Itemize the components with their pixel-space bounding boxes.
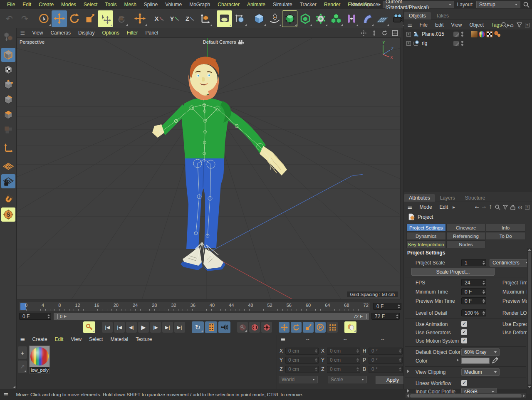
menu-item[interactable]: File xyxy=(3,2,19,7)
menu-item[interactable]: Create xyxy=(35,2,57,7)
lock-x-axis-button[interactable]: X xyxy=(151,10,167,27)
autokey-button[interactable] xyxy=(261,322,272,333)
viewport-menu-item[interactable]: Panel xyxy=(141,30,162,36)
lock-workplane-button[interactable] xyxy=(1,174,15,188)
cloner-button[interactable] xyxy=(328,10,344,27)
coordinates-menu-icon[interactable]: ≡ xyxy=(277,336,289,343)
range-start-field[interactable]: 0 F xyxy=(19,313,51,320)
object-row-plane[interactable]: + Plane.015 xyxy=(404,30,532,39)
history-back-icon[interactable]: ← xyxy=(475,204,479,210)
object-enable-toggle[interactable] xyxy=(453,41,459,46)
workplane-button[interactable] xyxy=(1,159,15,173)
coordinate-system-button[interactable] xyxy=(198,10,213,27)
coordinate-mode-dropdown[interactable]: Scale xyxy=(328,376,367,383)
material-menu-item[interactable]: Texture xyxy=(132,336,156,342)
layout-dropdown[interactable]: Startup xyxy=(476,1,520,8)
viewport-menu-item[interactable]: Display xyxy=(74,30,98,36)
key-parameter-button[interactable]: P xyxy=(315,322,326,333)
attribute-category-button[interactable]: Info xyxy=(486,224,525,232)
use-generators-checkbox[interactable]: ✓ xyxy=(461,329,467,335)
attribute-category-button[interactable]: Dynamics xyxy=(406,232,446,240)
deformer-button[interactable] xyxy=(359,10,374,27)
undo-button[interactable]: ↶ xyxy=(2,10,17,27)
filter-icon[interactable] xyxy=(503,205,508,210)
filter-icon[interactable] xyxy=(517,22,522,27)
viewport-menu-item[interactable]: Filter xyxy=(123,30,142,36)
viewport-view-label[interactable]: Perspective xyxy=(20,40,45,44)
attribute-category-button[interactable]: To Do xyxy=(486,232,525,240)
scale-y-field[interactable]: 0 cm xyxy=(327,357,360,364)
point-mode-button[interactable] xyxy=(1,78,15,92)
loop-mode-button[interactable]: ↻ xyxy=(192,321,204,333)
pan-view-icon[interactable] xyxy=(361,30,367,36)
level-of-detail-field[interactable]: 100 % xyxy=(461,309,486,316)
attribute-category-button[interactable]: Nodes xyxy=(446,240,486,248)
menu-item[interactable]: Animate xyxy=(243,2,269,7)
viewport-menu-item[interactable]: View xyxy=(29,30,47,36)
play-sound-button[interactable] xyxy=(218,321,230,333)
attribute-category-button[interactable]: Cineware xyxy=(446,224,486,232)
menu-item[interactable]: MoGraph xyxy=(186,2,214,7)
range-grip-left[interactable] xyxy=(56,314,58,319)
next-frame-button[interactable]: |▶ xyxy=(150,322,161,333)
key-pla-button[interactable] xyxy=(327,322,338,333)
history-forward-icon[interactable]: → xyxy=(482,204,486,210)
range-end-field[interactable]: 72 F xyxy=(371,313,400,320)
range-grip-right[interactable] xyxy=(365,314,367,319)
scale-x-field[interactable]: 0 cm xyxy=(327,348,360,355)
film-playback-button[interactable] xyxy=(205,321,217,333)
view-clipping-expand-icon[interactable] xyxy=(407,370,409,373)
model-mode-button[interactable] xyxy=(1,48,15,62)
rot-h-field[interactable]: 0 ° xyxy=(369,348,403,355)
viewport-menu-item[interactable]: Cameras xyxy=(47,30,74,36)
camera-button[interactable] xyxy=(390,10,405,27)
object-row-rig[interactable]: + rig xyxy=(404,39,532,48)
material-menu-item[interactable]: Edit xyxy=(51,336,67,342)
menu-item[interactable]: Tracker xyxy=(296,2,320,7)
pos-x-field[interactable]: 0 cm xyxy=(285,348,319,355)
tweak-mode-button[interactable] xyxy=(1,123,15,137)
material-menu-item[interactable]: Material xyxy=(106,336,132,342)
next-key-button[interactable]: ▶| xyxy=(162,322,173,333)
snap-settings-button[interactable]: S xyxy=(1,207,15,222)
attributes-menu-item[interactable]: Mode xyxy=(416,204,436,210)
minimum-time-field[interactable]: 0 F xyxy=(461,288,486,295)
key-rotation-button[interactable] xyxy=(291,322,302,333)
pos-z-field[interactable]: 0 cm xyxy=(285,366,319,373)
search-icon[interactable] xyxy=(501,22,507,28)
node-space-dropdown[interactable]: Current (Standard/Physical) xyxy=(383,1,454,8)
material-tag-icon[interactable] xyxy=(479,31,485,37)
preview-min-time-field[interactable]: 0 F xyxy=(461,297,486,304)
viewport-menu-icon[interactable]: ≡ xyxy=(17,30,29,36)
view-clipping-dropdown[interactable]: Medium xyxy=(461,368,500,376)
fps-field[interactable]: 24 xyxy=(461,279,486,286)
add-primitive-cube-button[interactable] xyxy=(251,10,267,27)
add-panel-icon[interactable]: + xyxy=(525,23,530,27)
visibility-dots[interactable] xyxy=(461,41,463,46)
use-animation-checkbox[interactable]: ✓ xyxy=(461,321,467,327)
live-selection-tool[interactable] xyxy=(36,10,52,27)
viewport[interactable]: Perspective Default Camera Y Z X Grid Sp… xyxy=(17,37,401,299)
axis-rotate-tool[interactable] xyxy=(113,10,129,27)
visibility-dots[interactable] xyxy=(461,32,463,37)
input-color-profile-expand-icon[interactable] xyxy=(407,389,409,393)
object-enable-toggle[interactable] xyxy=(453,32,459,37)
rot-p-field[interactable]: 0 ° xyxy=(369,357,403,364)
render-settings-button[interactable] xyxy=(232,10,247,27)
menu-item[interactable]: Render xyxy=(320,2,344,7)
expand-icon[interactable]: + xyxy=(406,32,411,37)
keyframe-presets-button[interactable] xyxy=(344,321,356,333)
material-menu-item[interactable]: Select xyxy=(85,336,106,342)
move-global-tool[interactable] xyxy=(132,10,148,27)
rotate-tool[interactable] xyxy=(67,10,82,27)
parent-icon[interactable]: ↑ xyxy=(488,204,492,210)
search-icon[interactable] xyxy=(495,205,500,210)
eyedropper-icon[interactable] xyxy=(492,357,498,363)
key-position-button[interactable] xyxy=(279,322,290,333)
spline-pen-button[interactable] xyxy=(267,10,282,27)
zoom-view-icon[interactable] xyxy=(371,30,377,36)
uv-tag-icon[interactable] xyxy=(486,31,493,37)
attribute-category-button[interactable]: Referencing xyxy=(446,232,486,240)
scale-tool[interactable] xyxy=(82,10,98,27)
prev-key-button[interactable]: |◀ xyxy=(114,322,125,333)
